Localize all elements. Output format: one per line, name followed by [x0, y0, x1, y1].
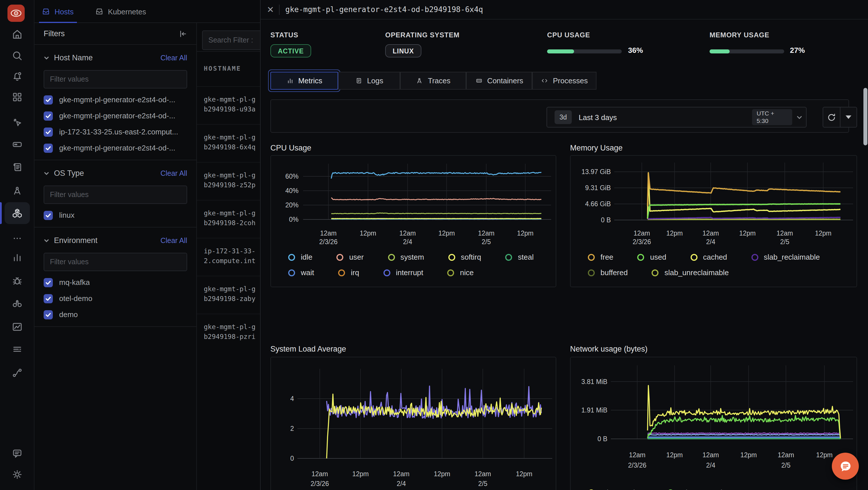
chevron-down-icon: [43, 170, 50, 176]
section-toggle-host-name[interactable]: Host Name: [43, 53, 93, 62]
x-axis-tick-label: 12pm: [739, 230, 756, 237]
section-toggle-os-type[interactable]: OS Type: [43, 169, 84, 177]
tab-hosts[interactable]: Hosts: [41, 0, 73, 23]
checkbox-checked-icon[interactable]: [43, 278, 53, 287]
x-axis-tick-label: 12pm: [352, 470, 369, 478]
host-list-row[interactable]: gke-mgmt-pl-g b2949198-z52p: [197, 162, 260, 200]
search-filter-input[interactable]: [202, 30, 260, 50]
filter-values-input-environment[interactable]: [43, 253, 187, 271]
tab-kubernetes[interactable]: Kubernetes: [95, 0, 146, 23]
legend-item[interactable]: free: [588, 253, 613, 261]
refresh-icon[interactable]: [823, 108, 840, 127]
host-list-row[interactable]: gke-mgmt-pl-g b2949198-u93a: [197, 86, 260, 124]
legend-item[interactable]: slab_unreclaimable: [652, 269, 729, 276]
storage-drive-icon[interactable]: [11, 139, 23, 150]
list-lines-icon[interactable]: [11, 344, 23, 355]
legend-item[interactable]: nice: [447, 269, 474, 276]
legend-item[interactable]: eth0↓receive: [588, 489, 643, 490]
checkbox-checked-icon[interactable]: [43, 127, 53, 137]
x-axis-tick-label: 2/3/26: [628, 462, 646, 469]
exceptions-bug-icon[interactable]: [11, 275, 23, 287]
system-load-chart[interactable]: 02412am2/3/2612pm12am2/412pm12am2/512pm: [270, 357, 556, 490]
checkbox-checked-icon[interactable]: [43, 310, 53, 319]
series-line-free: [648, 173, 840, 206]
checkbox-checked-icon[interactable]: [43, 95, 53, 104]
cursor-click-icon[interactable]: [11, 117, 23, 128]
chart-plot-area[interactable]: 0 B1.91 MiB3.81 MiB12am2/3/2612pm12am2/4…: [570, 357, 857, 470]
messages-icon[interactable]: [11, 448, 23, 459]
legend-item[interactable]: eth0↑transmit: [667, 489, 724, 490]
legend-item[interactable]: irq: [338, 269, 359, 276]
memory-usage-chart[interactable]: 0 B4.66 GiB9.31 GiB13.97 GiB12am2/3/2612…: [570, 155, 857, 287]
legend-item[interactable]: user: [337, 253, 364, 261]
legend-item[interactable]: interrupt: [383, 269, 423, 276]
filter-checkbox-item[interactable]: mq-kafka: [43, 278, 187, 287]
clear-all-link[interactable]: Clear All: [160, 236, 187, 244]
host-list-row[interactable]: gke-mgmt-pl-g b2949198-2coh: [197, 200, 260, 238]
signoz-logo-icon[interactable]: [7, 5, 25, 22]
time-range-selector[interactable]: 3d Last 3 days UTC +5:30: [547, 107, 807, 127]
legend-item[interactable]: wait: [288, 269, 314, 276]
legend-item[interactable]: system: [388, 253, 424, 261]
logs-scroll-icon[interactable]: [11, 162, 23, 173]
legend-item[interactable]: buffered: [588, 269, 628, 276]
tab-containers[interactable]: Containers: [466, 72, 532, 90]
tab-metrics[interactable]: Metrics: [270, 72, 338, 90]
chart-plot-area[interactable]: 0%20%40%60%12am2/3/2612pm12am2/412pm12am…: [271, 156, 556, 247]
legend-item[interactable]: idle: [288, 253, 313, 261]
legend-item[interactable]: used: [638, 253, 666, 261]
tab-logs[interactable]: Logs: [338, 72, 400, 90]
legend-item[interactable]: slab_reclaimable: [751, 253, 820, 261]
search-icon[interactable]: [11, 50, 23, 61]
chevron-down-icon[interactable]: [792, 109, 806, 125]
more-ellipsis-icon[interactable]: [11, 233, 23, 244]
infrastructure-cubes-icon[interactable]: [11, 207, 23, 219]
section-toggle-environment[interactable]: Environment: [43, 236, 98, 245]
filter-values-input-host-name[interactable]: [43, 70, 187, 88]
chart-plot-area[interactable]: 0 B4.66 GiB9.31 GiB13.97 GiB12am2/3/2612…: [570, 156, 857, 247]
routes-icon[interactable]: [11, 367, 23, 379]
dashboards-grid-icon[interactable]: [11, 91, 23, 103]
filter-checkbox-item[interactable]: gke-mgmt-pl-generator-e2st4-od-...: [43, 144, 187, 152]
filter-checkbox-item[interactable]: demo: [43, 310, 187, 319]
settings-gear-icon[interactable]: [11, 469, 23, 480]
checkbox-checked-icon[interactable]: [43, 143, 53, 152]
chat-support-button[interactable]: [832, 453, 859, 480]
legend-item[interactable]: steal: [505, 253, 534, 261]
close-icon[interactable]: ✕: [267, 5, 274, 13]
refresh-interval-dropdown[interactable]: [840, 108, 857, 127]
services-compass-icon[interactable]: [11, 185, 23, 197]
legend-item[interactable]: softirq: [448, 253, 481, 261]
scrollbar-thumb[interactable]: [863, 88, 867, 145]
cpu-usage-chart[interactable]: 0%20%40%60%12am2/3/2612pm12am2/412pm12am…: [270, 155, 556, 287]
checkbox-checked-icon[interactable]: [43, 294, 53, 303]
collapse-panel-icon[interactable]: [179, 30, 187, 38]
x-axis-tick-label: 12pm: [434, 470, 451, 478]
tab-processes[interactable]: Processes: [532, 72, 596, 90]
home-icon[interactable]: [11, 29, 23, 40]
host-list-row[interactable]: gke-mgmt-pl-g b2949198-pzri: [197, 314, 260, 351]
host-list-row[interactable]: gke-mgmt-pl-g b2949198-zaby: [197, 276, 260, 314]
filter-checkbox-item[interactable]: linux: [43, 211, 187, 220]
alerts-bell-icon[interactable]: [11, 71, 23, 82]
area-chart-icon[interactable]: [11, 321, 23, 333]
time-range-badge: 3d: [555, 110, 572, 124]
legend-item[interactable]: cached: [690, 253, 727, 261]
clear-all-link[interactable]: Clear All: [160, 169, 187, 177]
network-usage-chart[interactable]: 0 B1.91 MiB3.81 MiB12am2/3/2612pm12am2/4…: [570, 357, 857, 490]
checkbox-checked-icon[interactable]: [43, 111, 53, 120]
timezone-badge[interactable]: UTC +5:30: [752, 109, 792, 125]
chart-plot-area[interactable]: 02412am2/3/2612pm12am2/412pm12am2/512pm: [271, 357, 556, 488]
tab-traces[interactable]: Traces: [400, 72, 466, 90]
explore-binoculars-icon[interactable]: [11, 297, 23, 309]
filter-checkbox-item[interactable]: otel-demo: [43, 294, 187, 303]
filter-checkbox-item[interactable]: ip-172-31-33-25.us-east-2.comput...: [43, 127, 187, 136]
filter-checkbox-item[interactable]: gke-mgmt-pl-generator-e2st4-od-...: [43, 95, 187, 104]
host-list-row[interactable]: ip-172-31-33- 2.compute.int: [197, 238, 260, 276]
filter-checkbox-item[interactable]: gke-mgmt-pl-generator-e2st4-od-...: [43, 111, 187, 120]
clear-all-link[interactable]: Clear All: [160, 54, 187, 62]
checkbox-checked-icon[interactable]: [43, 210, 53, 220]
filter-values-input-os-type[interactable]: [43, 185, 187, 204]
bar-chart-icon[interactable]: [11, 252, 23, 263]
host-list-row[interactable]: gke-mgmt-pl-g b2949198-6x4q: [197, 124, 260, 162]
